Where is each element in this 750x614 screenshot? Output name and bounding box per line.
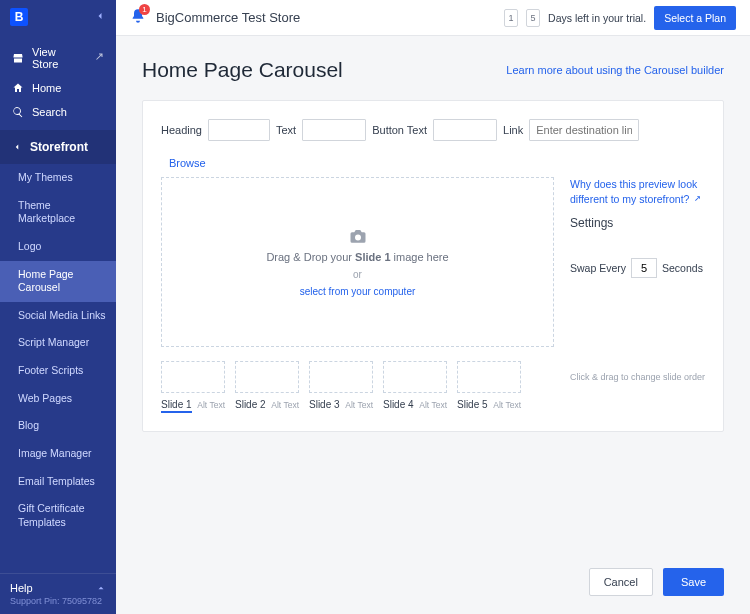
search-icon bbox=[12, 106, 24, 118]
chevron-up-icon[interactable] bbox=[96, 583, 106, 593]
slide-alt-text-2[interactable]: Alt Text bbox=[271, 400, 299, 410]
support-pin: Support Pin: 75095782 bbox=[10, 596, 106, 606]
heading-label: Heading bbox=[161, 124, 202, 136]
chevron-left-icon bbox=[12, 142, 22, 152]
heading-input[interactable] bbox=[208, 119, 270, 141]
slide-alt-text-1[interactable]: Alt Text bbox=[197, 400, 225, 410]
notifications-button[interactable]: 1 bbox=[130, 8, 146, 28]
nav-home-label: Home bbox=[32, 82, 61, 94]
sidebar-item-blog[interactable]: Blog bbox=[0, 412, 116, 440]
select-from-computer-link[interactable]: select from your computer bbox=[300, 286, 416, 297]
drag-order-hint: Click & drag to change slide order bbox=[570, 372, 705, 382]
button-text-label: Button Text bbox=[372, 124, 427, 136]
logo[interactable]: B bbox=[10, 8, 28, 26]
browse-link[interactable]: Browse bbox=[169, 157, 206, 169]
nav-view-store[interactable]: View Store bbox=[0, 40, 116, 76]
home-icon bbox=[12, 82, 24, 94]
trial-days-ones: 5 bbox=[526, 9, 540, 27]
sidebar-item-email-templates[interactable]: Email Templates bbox=[0, 468, 116, 496]
sidebar-item-logo[interactable]: Logo bbox=[0, 233, 116, 261]
link-input[interactable] bbox=[529, 119, 639, 141]
storefront-label: Storefront bbox=[30, 140, 88, 154]
nav-search[interactable]: Search bbox=[0, 100, 116, 124]
settings-heading: Settings bbox=[570, 216, 705, 230]
store-icon bbox=[12, 52, 24, 64]
drop-text: Drag & Drop your Slide 1 image here bbox=[266, 251, 448, 263]
slide-tab-1[interactable]: Slide 1 bbox=[161, 399, 192, 413]
camera-icon bbox=[349, 227, 367, 245]
sidebar-item-script-manager[interactable]: Script Manager bbox=[0, 329, 116, 357]
sidebar-item-gift-certificate-templates[interactable]: Gift Certificate Templates bbox=[0, 495, 116, 536]
page-title: Home Page Carousel bbox=[142, 58, 343, 82]
learn-more-link[interactable]: Learn more about using the Carousel buil… bbox=[506, 64, 724, 76]
slide-tab-4[interactable]: Slide 4 bbox=[383, 399, 414, 410]
help-label[interactable]: Help bbox=[10, 582, 33, 594]
cancel-button[interactable]: Cancel bbox=[589, 568, 653, 596]
image-drop-area[interactable]: Drag & Drop your Slide 1 image here or s… bbox=[161, 177, 554, 347]
or-text: or bbox=[353, 269, 362, 280]
sidebar-item-home-page-carousel[interactable]: Home Page Carousel bbox=[0, 261, 116, 302]
storefront-section-header[interactable]: Storefront bbox=[0, 130, 116, 164]
sidebar-item-image-manager[interactable]: Image Manager bbox=[0, 440, 116, 468]
link-label: Link bbox=[503, 124, 523, 136]
slide-alt-text-3[interactable]: Alt Text bbox=[345, 400, 373, 410]
slide-thumb-1[interactable] bbox=[161, 361, 225, 393]
sidebar-item-my-themes[interactable]: My Themes bbox=[0, 164, 116, 192]
swap-seconds-input[interactable] bbox=[631, 258, 657, 278]
collapse-sidebar-icon[interactable] bbox=[94, 10, 106, 25]
slide-alt-text-5[interactable]: Alt Text bbox=[493, 400, 521, 410]
text-label: Text bbox=[276, 124, 296, 136]
notification-badge: 1 bbox=[139, 4, 150, 15]
swap-every-label: Swap Every bbox=[570, 262, 626, 274]
slide-tab-5[interactable]: Slide 5 bbox=[457, 399, 488, 410]
nav-home[interactable]: Home bbox=[0, 76, 116, 100]
button-text-input[interactable] bbox=[433, 119, 497, 141]
slide-thumb-3[interactable] bbox=[309, 361, 373, 393]
slide-alt-text-4[interactable]: Alt Text bbox=[419, 400, 447, 410]
external-link-icon bbox=[92, 52, 104, 64]
sidebar-item-theme-marketplace[interactable]: Theme Marketplace bbox=[0, 192, 116, 233]
sidebar-item-footer-scripts[interactable]: Footer Scripts bbox=[0, 357, 116, 385]
nav-search-label: Search bbox=[32, 106, 67, 118]
slide-tab-2[interactable]: Slide 2 bbox=[235, 399, 266, 410]
slide-thumb-4[interactable] bbox=[383, 361, 447, 393]
save-button[interactable]: Save bbox=[663, 568, 724, 596]
text-input[interactable] bbox=[302, 119, 366, 141]
external-link-icon bbox=[692, 195, 701, 204]
why-preview-link[interactable]: Why does this preview look different to … bbox=[570, 177, 705, 206]
trial-text: Days left in your trial. bbox=[548, 12, 646, 24]
slide-tab-3[interactable]: Slide 3 bbox=[309, 399, 340, 410]
sidebar-item-web-pages[interactable]: Web Pages bbox=[0, 385, 116, 413]
sidebar-item-social-media-links[interactable]: Social Media Links bbox=[0, 302, 116, 330]
trial-days-tens: 1 bbox=[504, 9, 518, 27]
seconds-label: Seconds bbox=[662, 262, 703, 274]
nav-view-store-label: View Store bbox=[32, 46, 84, 70]
select-plan-button[interactable]: Select a Plan bbox=[654, 6, 736, 30]
carousel-panel: Heading Text Button Text Link Browse Dra… bbox=[142, 100, 724, 432]
store-name: BigCommerce Test Store bbox=[156, 10, 300, 25]
slide-thumb-2[interactable] bbox=[235, 361, 299, 393]
slide-thumb-5[interactable] bbox=[457, 361, 521, 393]
